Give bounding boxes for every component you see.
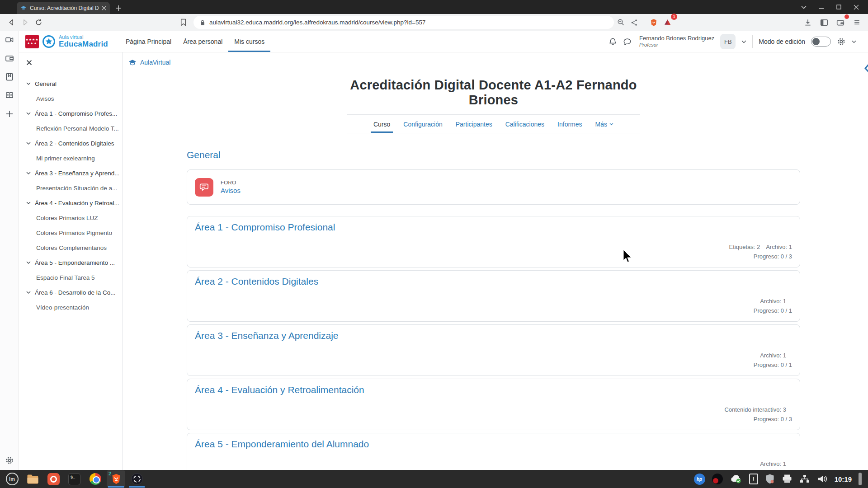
printer-icon[interactable]: [782, 474, 793, 484]
tab-mas[interactable]: Más: [593, 121, 616, 133]
user-menu-chevron-icon[interactable]: [741, 40, 746, 43]
course-index-item[interactable]: Colores Primarios Pigmento: [26, 225, 119, 240]
wallet-alert-dot: [844, 14, 849, 19]
forward-icon[interactable]: [18, 16, 32, 29]
course-index-section-area5[interactable]: Área 5 - Emponderamiento ...: [26, 255, 119, 270]
file-manager-button[interactable]: [24, 470, 42, 488]
video-icon[interactable]: [5, 35, 14, 45]
tab-informes[interactable]: Informes: [555, 121, 585, 133]
nav-pagina-principal[interactable]: Página Principal: [120, 31, 177, 52]
share-icon[interactable]: [627, 16, 641, 29]
edit-mode-toggle[interactable]: [811, 37, 831, 47]
terminal-button[interactable]: $_: [65, 470, 84, 488]
downloads-icon[interactable]: [801, 16, 815, 29]
flag-stars-row1: ★★★★: [25, 38, 38, 42]
chevron-down-icon: [26, 112, 31, 115]
back-icon[interactable]: [5, 16, 18, 29]
course-index-item[interactable]: Colores Primarios LUZ: [26, 211, 119, 225]
header-gear-icon[interactable]: [837, 37, 846, 46]
course-index-item[interactable]: Espacio Final Tarea 5: [26, 270, 119, 285]
section-heading-general[interactable]: General: [187, 150, 800, 160]
section-meta: Etiquetas: 2Archivo: 1 Progreso: 0 / 3: [195, 242, 792, 261]
course-index-section-area6[interactable]: Área 6 - Desarrollo de la Co...: [26, 285, 119, 300]
course-index-section-area3[interactable]: Área 3 - Enseñanza y Aprend...: [26, 166, 119, 181]
course-index-item[interactable]: Colores Complementarios: [26, 240, 119, 255]
wallet-icon[interactable]: [834, 16, 847, 29]
course-index-section-area2[interactable]: Área 2 - Contenidos Digitales: [26, 136, 119, 151]
open-block-drawer-icon[interactable]: [863, 62, 868, 74]
section-link[interactable]: Área 2 - Contenidos Digitales: [195, 276, 792, 287]
tab-search-icon[interactable]: [801, 5, 807, 9]
avatar[interactable]: FB: [720, 34, 736, 49]
course-index-item[interactable]: Presentación Situación de a...: [26, 181, 119, 196]
activity-card-forum: FORO Avisos: [187, 169, 800, 205]
tab-calificaciones[interactable]: Calificaciones: [503, 121, 547, 133]
section-link[interactable]: Área 3 - Enseñanza y Aprendizaje: [195, 330, 792, 341]
section-link[interactable]: Área 1 - Compromiso Profesional: [195, 222, 792, 233]
minimize-icon[interactable]: [819, 5, 824, 10]
clock[interactable]: 10:19: [835, 475, 852, 483]
course-tabs: Curso Configuración Participantes Califi…: [347, 115, 640, 133]
course-index-section-general[interactable]: General: [26, 76, 119, 91]
course-index-item[interactable]: Reflexión Personal Modelo T...: [26, 121, 119, 136]
tab-participantes[interactable]: Participantes: [453, 121, 495, 133]
extension-bat-icon[interactable]: 1: [660, 16, 674, 29]
brave-button[interactable]: 2: [107, 470, 125, 488]
educamadrid-logo[interactable]: ★★★★ ★★★ Aula virtual EducaMadrid: [25, 34, 108, 49]
browser-tab[interactable]: Curso: Acreditación Digital Do: [17, 2, 110, 14]
logo-text: Aula virtual EducaMadrid: [59, 34, 108, 49]
section-link[interactable]: Área 5 - Emponderamiento del Alumnado: [195, 439, 792, 450]
tab-configuracion[interactable]: Configuración: [401, 121, 445, 133]
settings-gear-icon[interactable]: [5, 455, 14, 465]
tab-curso[interactable]: Curso: [371, 121, 393, 133]
notifications-bell-icon[interactable]: [609, 38, 617, 46]
section-progress: Progreso: 0 / 1: [195, 306, 792, 315]
url-bar[interactable]: aulavirtual32.educa.madrid.org/ies.alfre…: [193, 16, 614, 29]
obs-tray-icon[interactable]: [712, 474, 723, 484]
cloud-sync-icon[interactable]: [730, 474, 742, 484]
section-meta: Archivo: 1 Progreso: 0 / 1: [195, 351, 792, 370]
hp-tray-icon[interactable]: hp: [694, 474, 705, 485]
course-index-item[interactable]: Avisos: [26, 91, 119, 106]
brave-shields-icon[interactable]: [647, 16, 660, 29]
open-book-icon[interactable]: [5, 90, 14, 100]
bookmark-icon[interactable]: [176, 16, 190, 29]
menu-icon[interactable]: [850, 16, 863, 29]
show-desktop-button[interactable]: [859, 473, 862, 485]
nav-area-personal[interactable]: Área personal: [177, 31, 228, 52]
drawer-close-icon[interactable]: [26, 60, 33, 67]
course-index-item[interactable]: Mi primer exelearning: [26, 151, 119, 166]
chrome-button[interactable]: [86, 470, 104, 488]
course-index-item[interactable]: Vídeo-presentación: [26, 300, 119, 315]
gear-menu-chevron-icon[interactable]: [852, 40, 856, 43]
messages-chat-icon[interactable]: [623, 38, 632, 46]
tab-close-icon[interactable]: [102, 6, 106, 10]
wallet-strip-icon[interactable]: [5, 53, 14, 63]
chevron-down-icon: [26, 291, 31, 294]
new-tab-button[interactable]: [115, 5, 122, 11]
firefox-button[interactable]: [44, 470, 63, 488]
obs-button[interactable]: [127, 470, 146, 488]
breadcrumb[interactable]: AulaVirtual: [128, 59, 868, 66]
bookmark-book-icon[interactable]: [5, 72, 14, 82]
clipboard-alert-icon[interactable]: !: [749, 474, 758, 484]
brave-icon: [111, 473, 122, 485]
nav-mis-cursos[interactable]: Mis cursos: [228, 31, 270, 52]
course-index-section-area1[interactable]: Área 1 - Compromiso Profes...: [26, 106, 119, 121]
volume-icon[interactable]: [817, 474, 828, 484]
maximize-icon[interactable]: [836, 5, 841, 9]
network-icon[interactable]: [799, 474, 810, 484]
section-link[interactable]: Área 4 - Evaluación y Retroalimentación: [195, 385, 792, 395]
shield-tray-icon[interactable]: [765, 474, 775, 484]
mint-menu-button[interactable]: lm: [3, 470, 21, 488]
zoom-out-icon[interactable]: [614, 16, 627, 29]
close-window-icon[interactable]: [854, 5, 859, 10]
sidebar-panel-icon[interactable]: [817, 16, 831, 29]
activity-link-avisos[interactable]: Avisos: [221, 187, 241, 194]
course-index-section-area4[interactable]: Área 4 - Evaluación y Retroal...: [26, 196, 119, 211]
reload-icon[interactable]: [32, 16, 45, 29]
add-plus-icon[interactable]: [5, 109, 14, 119]
section-card-area5: Área 5 - Emponderamiento del Alumnado Ar…: [187, 433, 800, 470]
toggle-knob: [812, 38, 820, 45]
taskbar: lm $_ 2 hp !: [0, 470, 868, 488]
